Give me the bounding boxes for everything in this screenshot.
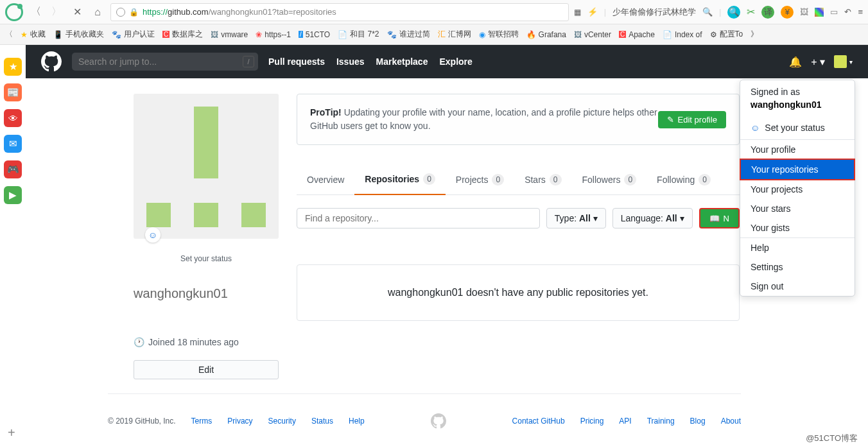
nav-issues[interactable]: Issues [336, 56, 365, 67]
dropdown-your-stars[interactable]: Your stars [740, 199, 855, 218]
ext-icon-image[interactable]: 🖼 [800, 7, 808, 17]
flash-icon[interactable]: ⚡ [587, 7, 598, 17]
footer-pricing[interactable]: Pricing [580, 417, 604, 426]
bookmark-hemu[interactable]: 📄和目 7*2 [338, 29, 379, 40]
bookmark-more[interactable]: 》 [751, 29, 758, 40]
footer-help[interactable]: Help [349, 417, 365, 426]
dropdown-sign-out[interactable]: Sign out [740, 277, 855, 296]
qr-icon[interactable]: ▦ [574, 8, 581, 17]
create-new-icon[interactable]: + ▾ [811, 56, 825, 68]
user-avatar-large[interactable]: ☺ [134, 94, 279, 239]
tab-followers[interactable]: Followers0 [572, 164, 647, 194]
home-button[interactable]: ⌂ [90, 4, 105, 20]
smiley-icon[interactable]: ☺ [145, 227, 161, 243]
protip-text: ProTip! Updating your profile with your … [310, 106, 658, 133]
footer-api[interactable]: API [619, 417, 631, 426]
profile-sidebar: ☺ Set your status wanghongkun01 🕐Joined … [134, 94, 279, 379]
footer-security[interactable]: Security [268, 417, 296, 426]
dropdown-your-profile[interactable]: Your profile [740, 140, 855, 159]
dropdown-set-status[interactable]: ☺Set your status [740, 116, 855, 140]
bookmark-config[interactable]: ⚙配置To [710, 29, 743, 40]
bookmark-huibo[interactable]: 汇汇博网 [438, 29, 471, 40]
notifications-icon[interactable]: 🔔 [789, 56, 802, 68]
watermark: @51CTO博客 [806, 433, 858, 444]
sidebar-mail-icon[interactable]: ✉ [4, 135, 22, 153]
dropdown-your-repositories[interactable]: Your repositories [741, 160, 854, 179]
bookmark-db[interactable]: C数据库之 [162, 29, 203, 40]
bookmark-zhilian[interactable]: ◉智联招聘 [479, 29, 519, 40]
footer-privacy[interactable]: Privacy [227, 417, 252, 426]
bookmark-index[interactable]: 📄Index of [663, 30, 702, 39]
ext-icon-translate[interactable]: 译 [761, 6, 774, 19]
dropdown-your-projects[interactable]: Your projects [740, 180, 855, 199]
repo-icon: 📖 [709, 214, 720, 223]
omnibox-search-text[interactable]: 少年偷偷修行武林绝学 [612, 6, 696, 18]
dropdown-settings[interactable]: Settings [740, 257, 855, 277]
ext-icon-1[interactable]: 🔍 [727, 6, 740, 19]
dropdown-help[interactable]: Help [740, 238, 855, 257]
dropdown-signed-in-label: Signed in as [740, 80, 855, 99]
tab-overview[interactable]: Overview [297, 164, 354, 194]
ext-icon-grid[interactable] [815, 8, 824, 17]
sidebar-video-icon[interactable]: ▶ [4, 186, 22, 204]
add-tab-icon[interactable]: + [8, 426, 15, 440]
bookmark-chevron-left[interactable]: 〈 [5, 29, 13, 40]
back-button[interactable]: 〈 [28, 4, 44, 20]
profile-username: wanghongkun01 [134, 286, 279, 301]
footer-contact[interactable]: Contact GitHub [512, 417, 565, 426]
ext-icon-currency[interactable]: ¥ [781, 6, 794, 19]
bookmark-grafana[interactable]: 🔥Grafana [526, 30, 566, 39]
type-filter-dropdown[interactable]: Type: All ▾ [546, 208, 606, 228]
tab-repositories[interactable]: Repositories0 [354, 164, 446, 195]
undo-icon[interactable]: ↶ [844, 7, 851, 17]
address-bar[interactable]: 🔒 https://github.com/wanghongkun01?tab=r… [110, 3, 569, 21]
github-search-input[interactable]: Search or jump to... / [72, 53, 258, 71]
language-filter-dropdown[interactable]: Language: All ▾ [612, 208, 693, 228]
sidebar-star-icon[interactable]: ★ [4, 58, 22, 76]
bookmark-vmware[interactable]: 🖼vmware [211, 30, 248, 39]
forward-button[interactable]: 〉 [49, 4, 64, 20]
ext-icon-scissors[interactable]: ✂ [747, 6, 755, 18]
footer-blog[interactable]: Blog [690, 417, 706, 426]
nav-explore[interactable]: Explore [439, 56, 472, 67]
bookmark-favorites[interactable]: ★收藏 [21, 29, 46, 40]
footer-about[interactable]: About [721, 417, 741, 426]
close-button[interactable]: ✕ [69, 4, 85, 20]
new-repo-button[interactable]: 📖N [699, 208, 740, 228]
set-status-link[interactable]: Set your status [134, 249, 279, 268]
sidebar-game-icon[interactable]: 🎮 [4, 160, 22, 178]
github-logo-footer-icon[interactable] [431, 413, 446, 429]
user-avatar[interactable]: ▾ [834, 55, 853, 68]
browser-toolbar: 〈 〉 ✕ ⌂ 🔒 https://github.com/wanghongkun… [0, 0, 868, 24]
search-icon[interactable]: 🔍 [702, 7, 713, 17]
sidebar-weibo-icon[interactable]: 👁 [4, 109, 22, 127]
lock-icon: 🔒 [129, 8, 139, 17]
sidebar-news-icon[interactable]: 📰 [4, 83, 22, 101]
nav-pull-requests[interactable]: Pull requests [268, 56, 325, 67]
footer-training[interactable]: Training [647, 417, 675, 426]
clock-icon: 🕐 [134, 337, 144, 347]
footer-terms[interactable]: Terms [191, 417, 213, 426]
nav-marketplace[interactable]: Marketplace [376, 56, 428, 67]
bookmark-vcenter[interactable]: 🖼vCenter [574, 30, 611, 39]
bookmark-51cto[interactable]: /51CTO [299, 30, 330, 39]
content-column: ProTip! Updating your profile with your … [297, 94, 740, 321]
profile-tabs: Overview Repositories0 Projects0 Stars0 … [297, 164, 740, 195]
bookmark-mobile[interactable]: 📱手机收藏夹 [53, 29, 104, 40]
edit-button[interactable]: Edit [134, 360, 279, 379]
tab-stars[interactable]: Stars0 [514, 164, 571, 194]
menu-icon[interactable]: ≡ [858, 7, 863, 17]
bookmark-visit[interactable]: 🐾谁进过简 [387, 29, 430, 40]
dropdown-your-gists[interactable]: Your gists [740, 218, 855, 237]
tab-projects[interactable]: Projects0 [446, 164, 514, 194]
bookmark-apache[interactable]: CApache [619, 30, 655, 39]
edit-profile-button[interactable]: ✎Edit profile [658, 111, 726, 128]
footer-status[interactable]: Status [311, 417, 333, 426]
bookmark-auth[interactable]: 🐾用户认证 [112, 29, 155, 40]
bookmark-huawei[interactable]: ❀https--1 [256, 30, 291, 39]
tab-following[interactable]: Following0 [647, 164, 721, 194]
github-logo-icon[interactable] [41, 51, 62, 72]
protip-banner: ProTip! Updating your profile with your … [297, 94, 740, 145]
find-repository-input[interactable] [297, 208, 540, 228]
ext-icon-panel[interactable]: ▭ [830, 7, 838, 17]
